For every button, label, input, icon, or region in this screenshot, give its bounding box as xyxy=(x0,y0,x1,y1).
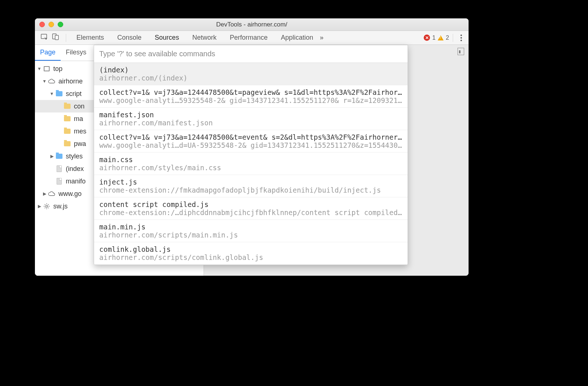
tree-item-label: pwa xyxy=(74,140,86,148)
command-result-title: main.css xyxy=(99,156,402,164)
command-result[interactable]: main.cssairhorner.com/styles/main.css xyxy=(94,153,408,175)
folder-icon xyxy=(55,90,63,97)
command-result-title: main.min.js xyxy=(99,223,402,231)
zoom-icon[interactable] xyxy=(58,22,63,27)
chevron-down-icon: ▼ xyxy=(50,91,54,96)
tree-item-label: script xyxy=(66,90,82,98)
main-toolbar: ElementsConsoleSourcesNetworkPerformance… xyxy=(35,31,469,45)
tree-item-label: sw.js xyxy=(53,203,68,210)
device-toggle-icon[interactable] xyxy=(52,33,59,42)
close-icon[interactable] xyxy=(39,22,45,27)
command-result[interactable]: inject.jschrome-extension://fmkadmapgofa… xyxy=(94,175,408,197)
tab-sources[interactable]: Sources xyxy=(148,31,186,44)
command-results: (index)airhorner.com/(index)collect?v=1&… xyxy=(94,62,408,265)
command-result[interactable]: main.min.jsairhorner.com/scripts/main.mi… xyxy=(94,220,408,242)
cloud-icon xyxy=(48,190,55,197)
file-icon xyxy=(55,178,63,185)
error-icon: ✕ xyxy=(424,35,430,41)
tree-item-label: (index xyxy=(66,165,84,173)
window-controls xyxy=(39,22,63,27)
sidebar-tab-page[interactable]: Page xyxy=(35,45,61,61)
command-result[interactable]: (index)airhorner.com/(index) xyxy=(94,63,408,85)
tab-console[interactable]: Console xyxy=(111,31,148,44)
cloud-icon xyxy=(48,78,55,85)
issue-counters[interactable]: ✕ 1 2 xyxy=(424,35,449,41)
folder-icon xyxy=(55,153,63,160)
folder-icon xyxy=(64,140,71,147)
command-result-title: collect?v=1&_v=j73&a=1244478500&t=pagevi… xyxy=(99,88,402,96)
command-result-path: airhorner.com/(index) xyxy=(99,74,402,82)
command-result-path: chrome-extension:/…diphcddnnabmjcihcjfbh… xyxy=(99,208,402,217)
command-menu: (index)airhorner.com/(index)collect?v=1&… xyxy=(94,45,408,265)
command-result-title: manifest.json xyxy=(99,111,402,119)
chevron-down-icon: ▼ xyxy=(37,66,42,71)
tree-item-label: manifo xyxy=(66,178,86,185)
folder-icon xyxy=(64,103,71,110)
tree-item-label: con xyxy=(74,103,85,110)
command-result-title: collect?v=1&_v=j73&a=1244478500&t=event&… xyxy=(99,133,402,141)
command-result-path: chrome-extension://fmkadmapgofadopljbjfk… xyxy=(99,186,402,194)
inspect-icon[interactable] xyxy=(41,33,48,42)
command-result[interactable]: collect?v=1&_v=j73&a=1244478500&t=pagevi… xyxy=(94,85,408,108)
warning-count: 2 xyxy=(446,35,449,41)
gear-icon xyxy=(43,203,50,210)
chevron-right-icon: ▶ xyxy=(50,154,54,159)
command-result-path: www.google-analyti…d=UA-59325548-2&_gid=… xyxy=(99,141,402,149)
error-count: 1 xyxy=(432,35,435,41)
svg-rect-2 xyxy=(55,35,58,40)
tree-item-label: mes xyxy=(74,128,86,135)
chevron-right-icon: ▶ xyxy=(37,204,42,209)
tab-application[interactable]: Application xyxy=(274,31,320,44)
file-icon xyxy=(55,165,63,172)
warning-icon xyxy=(438,35,444,40)
command-result-path: airhorner.com/scripts/comlink.global.js xyxy=(99,253,402,261)
command-result-path: airhorner.com/scripts/main.min.js xyxy=(99,231,402,239)
folder-icon xyxy=(64,115,71,122)
panel-tabs: ElementsConsoleSourcesNetworkPerformance… xyxy=(70,31,320,44)
settings-menu-icon[interactable] xyxy=(460,35,462,41)
command-result[interactable]: manifest.jsonairhorner.com/manifest.json xyxy=(94,108,408,130)
folder-icon xyxy=(64,128,71,135)
command-result[interactable]: content_script_compiled.jschrome-extensi… xyxy=(94,197,408,220)
svg-point-3 xyxy=(46,205,47,207)
tree-item-label: top xyxy=(53,65,62,73)
command-result-path: airhorner.com/styles/main.css xyxy=(99,164,402,172)
devtools-window: DevTools - airhorner.com/ ElementsConsol… xyxy=(35,18,469,276)
tab-performance[interactable]: Performance xyxy=(223,31,274,44)
tree-item-label: ma xyxy=(74,115,83,123)
tree-item-label: styles xyxy=(66,153,83,160)
svg-rect-0 xyxy=(41,34,47,39)
command-input[interactable] xyxy=(94,45,408,62)
tree-item-label: airhorne xyxy=(58,78,83,85)
command-result-path: www.google-analyti…59325548-2&_gid=13437… xyxy=(99,96,402,104)
command-result-title: (index) xyxy=(99,66,402,74)
command-result-title: inject.js xyxy=(99,178,402,186)
toggle-drawer-icon[interactable] xyxy=(458,48,464,55)
minimize-icon[interactable] xyxy=(49,22,54,27)
frame-icon xyxy=(43,65,50,72)
window-title: DevTools - airhorner.com/ xyxy=(35,21,469,28)
sidebar-tab-filesys[interactable]: Filesys xyxy=(61,45,92,61)
tab-elements[interactable]: Elements xyxy=(70,31,111,44)
titlebar: DevTools - airhorner.com/ xyxy=(35,18,469,31)
content-area: PageFilesys ▼top▼airhorne▼scriptconmames… xyxy=(35,45,469,276)
tree-item-label: www.go xyxy=(58,190,82,198)
command-result-path: airhorner.com/manifest.json xyxy=(99,119,402,127)
tabs-overflow-icon[interactable]: » xyxy=(320,34,323,42)
command-result[interactable]: comlink.global.jsairhorner.com/scripts/c… xyxy=(94,242,408,265)
command-result[interactable]: collect?v=1&_v=j73&a=1244478500&t=event&… xyxy=(94,130,408,153)
command-result-title: content_script_compiled.js xyxy=(99,200,402,208)
chevron-down-icon: ▼ xyxy=(42,79,47,84)
command-result-title: comlink.global.js xyxy=(99,245,402,253)
tab-network[interactable]: Network xyxy=(186,31,223,44)
chevron-right-icon: ▶ xyxy=(42,191,47,196)
